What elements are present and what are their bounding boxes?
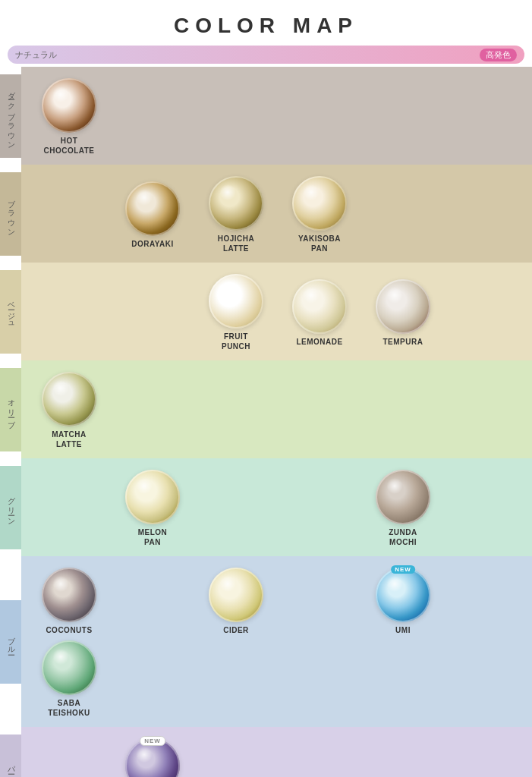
lens-name: TEMPURA — [383, 337, 423, 347]
row-content-dark-brown: HOTCHOCOLATE — [21, 67, 532, 165]
lens-item-blueberry-jam[interactable]: NEWBLUEBERRYJAM — [111, 735, 194, 777]
new-badge: NEW — [391, 565, 415, 574]
lens-item-fruit-punch[interactable]: FRUITPUNCH — [194, 270, 278, 353]
lens-circle — [125, 470, 180, 524]
lens-name: YAKISOBAPAN — [298, 234, 341, 253]
row-label-olive: オリーブ — [0, 368, 21, 451]
row-label-purple: パープル — [0, 735, 21, 778]
lens-circle — [292, 176, 347, 231]
row-content-blue: COCONUTSCIDERNEWUMISABATEISHOKU — [21, 556, 532, 727]
row-brown: ブラウンDORAYAKIHOJICHALATTEYAKISOBAPAN — [0, 165, 532, 263]
row-olive: オリーブMATCHALATTE — [0, 360, 532, 458]
row-content-green: MELONPANZUNDAMOCHI — [21, 458, 532, 556]
lens-circle — [376, 279, 430, 334]
lens-item-lemonade[interactable]: LEMONADE — [278, 275, 361, 348]
row-label-green: グリーン — [0, 466, 21, 549]
lens-circle — [209, 274, 263, 329]
row-content-purple: NEWBLUEBERRYJAM — [21, 727, 532, 777]
lens-item-umi[interactable]: NEWUMI — [361, 564, 445, 637]
lens-item-hot-chocolate[interactable]: HOTCHOCOLATE — [27, 74, 111, 157]
row-content-olive: MATCHALATTE — [21, 360, 532, 458]
lens-spacer — [278, 504, 361, 511]
lens-item-cider[interactable]: CIDER — [194, 564, 278, 637]
lens-spacer — [27, 308, 111, 316]
lens-circle — [42, 640, 96, 695]
lens-name: COCONUTS — [46, 625, 92, 635]
lens-name: ZUNDAMOCHI — [389, 527, 417, 547]
new-badge: NEW — [140, 736, 165, 746]
lens-name: UMI — [395, 625, 411, 635]
lens-circle — [376, 568, 430, 622]
lens-spacer — [111, 308, 194, 316]
rows-container: ダークブラウンHOTCHOCOLATEブラウンDORAYAKIHOJICHALA… — [0, 67, 532, 777]
lens-name: HOJICHALATTE — [218, 234, 255, 253]
lens-spacer — [27, 210, 111, 218]
lens-item-tempura[interactable]: TEMPURA — [361, 275, 445, 348]
lens-item-dorayaki[interactable]: DORAYAKI — [111, 178, 194, 250]
lens-name: DORAYAKI — [131, 239, 174, 249]
gradient-label-left: ナチュラル — [15, 49, 57, 61]
lens-circle — [209, 568, 263, 622]
lens-circle — [42, 568, 96, 622]
gradient-label-right: 高発色 — [480, 49, 517, 61]
lens-name: FRUITPUNCH — [222, 332, 250, 351]
lens-circle — [209, 176, 263, 231]
lens-name: CIDER — [223, 625, 249, 635]
lens-item-yakisoba-pan[interactable]: YAKISOBAPAN — [278, 172, 361, 255]
lens-name: SABATEISHOKU — [48, 698, 90, 718]
lens-circle — [42, 372, 96, 426]
gradient-bar: ナチュラル 高発色 — [8, 46, 524, 64]
lens-item-saba-teishoku[interactable]: SABATEISHOKU — [27, 637, 111, 719]
lens-name: HOTCHOCOLATE — [43, 136, 94, 156]
lens-circle — [292, 279, 347, 334]
row-label-brown: ブラウン — [0, 172, 21, 256]
row-purple: パープルNEWBLUEBERRYJAM — [0, 727, 532, 777]
lens-circle — [125, 181, 180, 236]
lens-name: LEMONADE — [296, 337, 342, 347]
row-blue: ブルーCOCONUTSCIDERNEWUMISABATEISHOKU — [0, 556, 532, 727]
lens-item-hojicha-latte[interactable]: HOJICHALATTE — [194, 172, 278, 255]
lens-circle — [42, 78, 96, 133]
lens-name: MELONPAN — [138, 527, 168, 547]
row-label-blue: ブルー — [0, 600, 21, 684]
row-beige: ベージュFRUITPUNCHLEMONADETEMPURA — [0, 263, 532, 360]
lens-circle — [376, 470, 430, 524]
lens-spacer — [278, 596, 361, 604]
row-label-beige: ベージュ — [0, 270, 21, 354]
lens-spacer — [27, 772, 111, 778]
row-content-brown: DORAYAKIHOJICHALATTEYAKISOBAPAN — [21, 165, 532, 263]
lens-spacer — [27, 504, 111, 511]
lens-item-coconuts[interactable]: COCONUTS — [27, 564, 111, 637]
lens-spacer — [111, 596, 194, 604]
lens-item-melon-pan[interactable]: MELONPAN — [111, 466, 194, 549]
row-label-dark-brown: ダークブラウン — [0, 74, 21, 158]
lens-spacer — [194, 504, 278, 511]
row-green: グリーンMELONPANZUNDAMOCHI — [0, 458, 532, 556]
row-dark-brown: ダークブラウンHOTCHOCOLATE — [0, 67, 532, 165]
lens-item-zunda-mochi[interactable]: ZUNDAMOCHI — [361, 466, 445, 549]
lens-name: MATCHALATTE — [52, 429, 87, 449]
row-content-beige: FRUITPUNCHLEMONADETEMPURA — [21, 263, 532, 360]
page-title: COLOR MAP — [0, 0, 532, 46]
lens-item-matcha-latte[interactable]: MATCHALATTE — [27, 368, 111, 451]
